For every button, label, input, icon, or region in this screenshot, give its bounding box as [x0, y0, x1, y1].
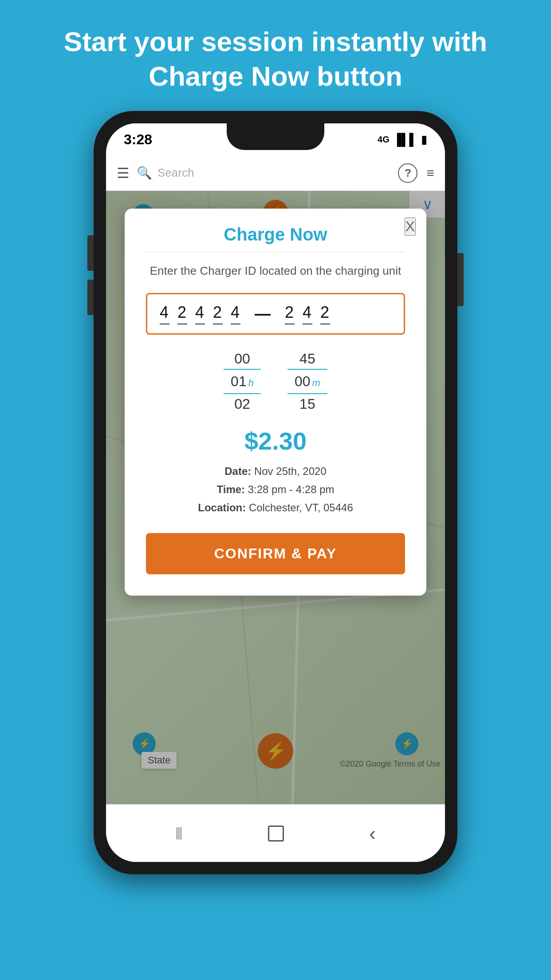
modal-close-button[interactable]: X [405, 217, 416, 236]
help-button[interactable]: ? [398, 163, 417, 183]
app-bar-right: ? ≡ [398, 163, 434, 183]
header-section: Start your session instantly with Charge… [0, 0, 551, 107]
bottom-navigation: ⦀ ‹ [106, 804, 445, 862]
minutes-top[interactable]: 45 [299, 351, 315, 367]
status-icons: 4G ▐▌▌ ▮ [378, 133, 427, 146]
minutes-unit: m [312, 377, 320, 389]
back-icon: ‹ [369, 822, 376, 845]
charger-digit-7: 4 [303, 303, 312, 324]
minutes-bottom[interactable]: 15 [299, 396, 315, 412]
date-value: Nov 25th, 2020 [254, 465, 327, 477]
time-detail: Time: 3:28 pm - 4:28 pm [146, 481, 405, 499]
price-display: $2.30 [146, 427, 405, 455]
charger-digit-8: 2 [320, 303, 330, 324]
confirm-pay-button[interactable]: CONFIRM & PAY [146, 533, 405, 574]
search-icon: 🔍 [137, 166, 152, 180]
charge-now-modal: X Charge Now Enter the Charger ID locate… [125, 209, 426, 596]
home-icon [268, 826, 284, 842]
hours-unit: h [248, 377, 254, 389]
hours-current: 01 [231, 373, 247, 390]
charger-id-part1: 4 2 4 2 4 [160, 303, 240, 324]
hours-top[interactable]: 00 [234, 351, 250, 367]
charger-id-input[interactable]: 4 2 4 2 4 — 2 4 2 [146, 293, 405, 335]
app-bar: ☰ 🔍 Search ? ≡ [106, 155, 445, 191]
status-time: 3:28 [124, 131, 152, 148]
phone-frame: 3:28 4G ▐▌▌ ▮ ☰ 🔍 Search ? ≡ [94, 111, 457, 874]
camera-notch [227, 123, 324, 150]
time-value: 3:28 pm - 4:28 pm [248, 483, 335, 495]
charger-digit-5: 4 [231, 303, 240, 324]
charger-digit-2: 2 [177, 303, 187, 324]
location-detail: Location: Colchester, VT, 05446 [146, 499, 405, 517]
hours-column: 00 01 h 02 [224, 351, 261, 412]
charger-digit-6: 2 [285, 303, 295, 324]
date-label: Date: [224, 465, 251, 477]
minutes-column: 45 00 m 15 [287, 351, 327, 412]
signal-bars-icon: ▐▌▌ [393, 133, 417, 146]
nav-home[interactable] [268, 826, 284, 842]
phone-screen: 3:28 4G ▐▌▌ ▮ ☰ 🔍 Search ? ≡ [106, 123, 445, 862]
session-details: Date: Nov 25th, 2020 Time: 3:28 pm - 4:2… [146, 462, 405, 517]
nav-recent[interactable]: ⦀ [175, 823, 183, 844]
location-value: Colchester, VT, 05446 [249, 502, 353, 514]
nav-back[interactable]: ‹ [369, 822, 376, 845]
header-title: Start your session instantly with Charge… [35, 24, 516, 93]
volume-up-button [87, 235, 94, 271]
recent-icon: ⦀ [175, 823, 183, 844]
volume-down-button [87, 280, 94, 315]
modal-overlay: X Charge Now Enter the Charger ID locate… [106, 191, 445, 804]
search-input[interactable]: Search [157, 166, 194, 180]
minutes-current: 00 [295, 373, 311, 390]
filter-icon[interactable]: ≡ [426, 166, 434, 181]
signal-4g-icon: 4G [378, 134, 390, 145]
modal-subtitle: Enter the Charger ID located on the char… [146, 263, 405, 279]
battery-icon: ▮ [421, 133, 427, 146]
charger-id-separator: — [255, 304, 271, 323]
modal-divider [146, 252, 405, 252]
time-picker: 00 01 h 02 45 00 m 15 [146, 351, 405, 412]
menu-icon[interactable]: ☰ [117, 165, 130, 182]
charger-digit-3: 4 [195, 303, 205, 324]
power-button [457, 253, 464, 306]
modal-title: Charge Now [146, 225, 405, 245]
date-detail: Date: Nov 25th, 2020 [146, 462, 405, 481]
search-container: 🔍 Search [137, 166, 391, 180]
charger-digit-1: 4 [160, 303, 169, 324]
hours-bottom[interactable]: 02 [234, 396, 250, 412]
time-label: Time: [216, 483, 245, 495]
location-label: Location: [198, 502, 246, 514]
charger-digit-4: 2 [213, 303, 223, 324]
charger-id-part2: 2 4 2 [285, 303, 330, 324]
